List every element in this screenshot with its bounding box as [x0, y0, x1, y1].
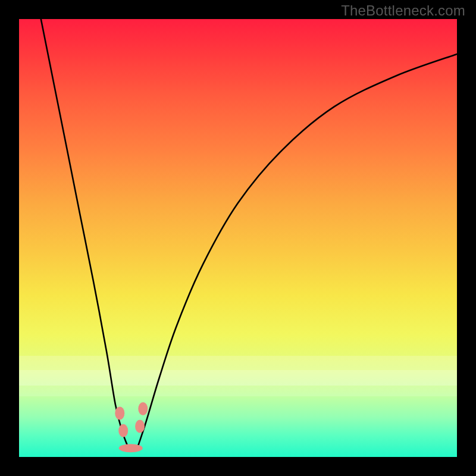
- left-dot-lower: [118, 424, 128, 437]
- plot-area: [19, 19, 457, 457]
- valley-blob: [119, 444, 143, 452]
- curve-left-branch: [41, 19, 129, 448]
- curve-right-branch: [137, 54, 457, 448]
- chart-stage: TheBottleneck.com: [0, 0, 476, 476]
- left-dot-upper: [115, 406, 124, 419]
- marker-group: [115, 402, 148, 452]
- watermark-text: TheBottleneck.com: [341, 2, 465, 19]
- right-dot-lower: [135, 420, 145, 433]
- right-dot-upper: [138, 402, 148, 415]
- curve-layer: [19, 19, 457, 457]
